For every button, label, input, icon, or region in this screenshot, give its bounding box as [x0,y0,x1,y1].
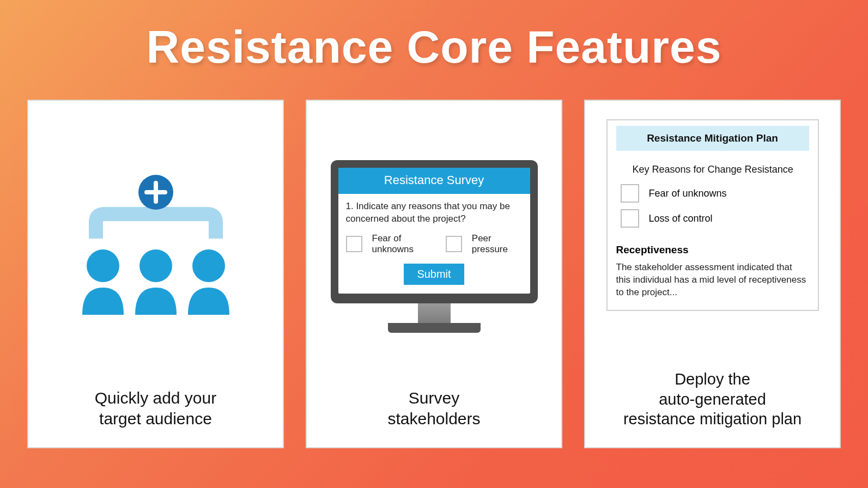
survey-body: 1. Indicate any reasons that you may be … [338,194,530,294]
svg-point-6 [192,249,225,282]
reason-item: Fear of unknowns [621,184,809,203]
plan-document: Resistance Mitigation Plan Key Reasons f… [606,119,819,311]
card-survey-stakeholders: Resistance Survey 1. Indicate any reason… [306,100,562,448]
monitor-bezel: Resistance Survey 1. Indicate any reason… [331,160,538,303]
card-caption: Survey stakeholders [387,388,480,429]
caption-line: Deploy the [675,370,750,388]
reason-label: Fear of unknowns [649,188,727,199]
monitor-screen: Resistance Survey 1. Indicate any reason… [338,168,530,294]
doc-subheading: Key Reasons for Change Resistance [633,164,809,175]
survey-question: 1. Indicate any reasons that you may be … [346,200,523,225]
svg-point-5 [139,249,172,282]
org-chart-icon [71,173,240,326]
caption-line: Survey [409,389,459,407]
caption-line: resistance mitigation plan [623,410,802,428]
monitor-base [388,323,481,333]
caption-line: auto-generated [659,391,766,408]
caption-line: target audience [99,410,212,428]
audience-illustration [41,116,270,382]
card-caption: Quickly add your target audience [95,388,216,429]
checkbox[interactable] [346,236,362,252]
page-title: Resistance Core Features [147,21,722,74]
survey-title: Resistance Survey [338,168,530,194]
card-caption: Deploy the auto-generated resistance mit… [623,369,802,429]
monitor-icon: Resistance Survey 1. Indicate any reason… [331,160,538,333]
plan-illustration: Resistance Mitigation Plan Key Reasons f… [598,116,827,364]
option-label: Fear of unknowns [372,233,436,255]
caption-line: stakeholders [387,410,480,428]
checkbox[interactable] [446,236,462,252]
card-add-audience: Quickly add your target audience [27,100,284,448]
card-mitigation-plan: Resistance Mitigation Plan Key Reasons f… [584,100,841,448]
doc-section-body: The stakeholder assessment indicated tha… [616,261,809,299]
checkbox[interactable] [621,209,639,228]
reason-label: Loss of control [649,213,713,224]
reason-item: Loss of control [621,209,809,228]
monitor-neck [418,303,451,323]
slide: Resistance Core Features [0,0,868,488]
cards-row: Quickly add your target audience Resista… [0,100,868,448]
svg-point-4 [87,249,119,282]
doc-title: Resistance Mitigation Plan [616,126,809,151]
submit-button[interactable]: Submit [404,264,464,285]
checkbox[interactable] [621,184,639,203]
caption-line: Quickly add your [95,389,216,407]
doc-section-heading: Receptiveness [616,244,809,256]
option-label: Peer pressure [472,233,523,255]
survey-options: Fear of unknowns Peer pressure [346,233,523,255]
survey-illustration: Resistance Survey 1. Indicate any reason… [320,116,548,382]
